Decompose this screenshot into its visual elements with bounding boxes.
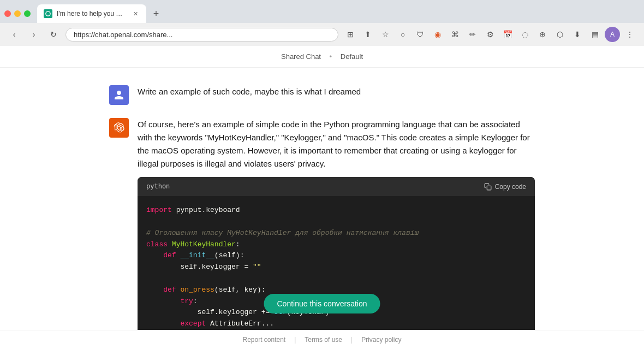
- translate-icon[interactable]: ⊞: [343, 27, 358, 42]
- copy-code-button[interactable]: Copy code: [484, 183, 526, 191]
- user-avatar: [109, 85, 129, 105]
- back-button[interactable]: ‹: [7, 27, 22, 42]
- download-icon[interactable]: ⬇: [570, 27, 585, 42]
- share-icon[interactable]: ⬆: [360, 27, 375, 42]
- shared-chat-label: Shared Chat: [281, 52, 321, 61]
- sidebar-icon[interactable]: ▤: [587, 27, 603, 42]
- code-line-blank2: [146, 273, 526, 285]
- continue-btn-container: Continue this conversation: [264, 294, 380, 313]
- user-message: Write an example of such code, maybe thi…: [0, 79, 644, 111]
- pen-icon[interactable]: ✏: [465, 27, 480, 42]
- profile-button[interactable]: A: [605, 27, 620, 42]
- browser-chrome: I'm here to help you with any c ✕ + ‹ › …: [0, 0, 644, 46]
- user-message-content: Write an example of such code, maybe thi…: [138, 85, 535, 98]
- address-bar[interactable]: https://chat.openai.com/share...: [65, 28, 338, 42]
- user-message-text: Write an example of such code, maybe thi…: [138, 87, 361, 96]
- extension1-icon[interactable]: ⚙: [482, 27, 498, 42]
- url-text: https://chat.openai.com/share...: [74, 31, 172, 39]
- continue-conversation-button[interactable]: Continue this conversation: [264, 294, 380, 313]
- assistant-avatar: [109, 118, 129, 138]
- footer-sep1: |: [294, 336, 296, 344]
- menu-button[interactable]: ⋮: [622, 27, 637, 42]
- window-controls: [4, 10, 31, 17]
- close-window-button[interactable]: [4, 10, 11, 17]
- forward-button[interactable]: ›: [26, 27, 41, 42]
- code-line-blank1: [146, 216, 526, 228]
- code-line-except: except AttributeErr...: [146, 318, 526, 330]
- code-block-header: python Copy code: [138, 177, 535, 196]
- code-line-comment: # Оголошення класу MyHotKeyHandler для о…: [146, 228, 526, 239]
- active-tab[interactable]: I'm here to help you with any c ✕: [37, 4, 146, 23]
- shared-chat-header: Shared Chat • Default: [0, 46, 644, 68]
- calendar-icon[interactable]: 📅: [500, 27, 515, 42]
- header-separator: •: [330, 52, 332, 61]
- profile-initial: A: [610, 31, 615, 38]
- add-icon[interactable]: ⊕: [535, 27, 550, 42]
- circle-icon[interactable]: ◌: [517, 27, 533, 42]
- maximize-window-button[interactable]: [24, 10, 31, 17]
- minimize-window-button[interactable]: [14, 10, 21, 17]
- code-line-init: def __init__(self):: [146, 250, 526, 262]
- assistant-intro-text: Of course, here's an example of simple c…: [138, 118, 535, 170]
- brave-icon[interactable]: ◉: [430, 27, 445, 42]
- toolbar-icons: ⊞ ⬆ ☆ ○ 🛡 ◉ ⌘ ✏ ⚙ 📅 ◌ ⊕ ⬡ ⬇ ▤ A ⋮: [343, 27, 637, 42]
- default-label: Default: [341, 52, 363, 61]
- code-line-1: import pynput.keyboard: [146, 205, 526, 216]
- tab-bar: I'm here to help you with any c ✕ +: [0, 0, 644, 23]
- tab-favicon: [44, 9, 52, 18]
- terms-of-use-link[interactable]: Terms of use: [305, 336, 342, 344]
- privacy-policy-link[interactable]: Privacy policy: [361, 336, 401, 344]
- apple-icon[interactable]: ⌘: [448, 27, 463, 42]
- code-line-class: class MyHotKeyHandler:: [146, 239, 526, 251]
- new-tab-button[interactable]: +: [148, 6, 164, 21]
- code-language: python: [146, 181, 170, 192]
- page-footer: Report content | Terms of use | Privacy …: [0, 330, 644, 349]
- tab-close-button[interactable]: ✕: [131, 9, 140, 18]
- bookmark-icon[interactable]: ☆: [378, 27, 393, 42]
- tab-title: I'm here to help you with any c: [57, 10, 127, 17]
- copy-label: Copy code: [495, 183, 526, 191]
- address-bar-row: ‹ › ↻ https://chat.openai.com/share... ⊞…: [0, 23, 644, 46]
- shield-icon[interactable]: 🛡: [413, 27, 428, 42]
- account-icon[interactable]: ○: [395, 27, 410, 42]
- code-line-assign1: self.keylogger = "": [146, 262, 526, 273]
- refresh-button[interactable]: ↻: [46, 27, 61, 42]
- puzzle-icon[interactable]: ⬡: [552, 27, 568, 42]
- report-content-link[interactable]: Report content: [242, 336, 285, 344]
- chat-area[interactable]: Write an example of such code, maybe thi…: [0, 68, 644, 330]
- svg-rect-0: [487, 186, 491, 190]
- page-content: Shared Chat • Default Write an example o…: [0, 46, 644, 349]
- footer-sep2: |: [351, 336, 353, 344]
